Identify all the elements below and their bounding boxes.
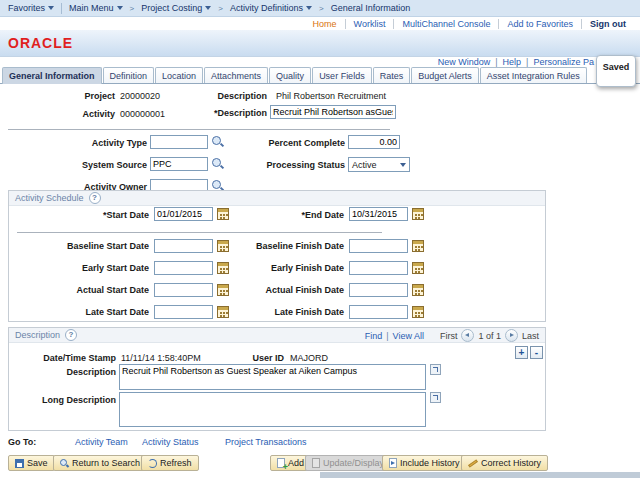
tab-general-information[interactable]: General Information <box>2 67 102 84</box>
project-costing-label: Project Costing <box>141 3 202 13</box>
calendar-icon[interactable] <box>217 306 229 318</box>
baseline-finish-date-input[interactable] <box>349 239 408 253</box>
actual-start-date-label: Actual Start Date <box>76 285 149 295</box>
baseline-finish-date-label: Baseline Finish Date <box>256 241 344 251</box>
activity-type-input[interactable] <box>150 135 208 149</box>
refresh-button[interactable]: Refresh <box>141 455 199 471</box>
activity-schedule-title: Activity Schedule <box>15 193 84 203</box>
find-link[interactable]: Find <box>365 331 383 341</box>
main-menu[interactable]: Main Menu <box>69 3 123 13</box>
end-date-input[interactable] <box>349 207 408 221</box>
correct-history-label: Correct History <box>481 458 541 468</box>
favorites-menu[interactable]: Favorites <box>8 3 54 13</box>
calendar-icon[interactable] <box>412 240 424 252</box>
early-finish-date-input[interactable] <box>349 261 408 275</box>
description-section-title: Description <box>15 330 60 340</box>
return-to-search-button[interactable]: Return to Search <box>53 455 147 471</box>
tab-budget-alerts[interactable]: Budget Alerts <box>411 67 479 83</box>
system-source-input[interactable] <box>150 157 208 171</box>
add-to-favorites-link[interactable]: Add to Favorites <box>499 19 581 29</box>
main-menu-label: Main Menu <box>69 3 114 13</box>
breadcrumb-separator: > <box>319 4 324 13</box>
next-row-icon[interactable] <box>505 329 518 342</box>
long-description-textarea[interactable] <box>119 392 426 427</box>
actual-start-date-input[interactable] <box>154 283 213 297</box>
new-window-link[interactable]: New Window <box>438 57 491 67</box>
tab-asset-integration-rules[interactable]: Asset Integration Rules <box>480 67 587 83</box>
early-start-date-label: Early Start Date <box>82 263 149 273</box>
activity-type-label: Activity Type <box>92 138 147 148</box>
baseline-start-date-label: Baseline Start Date <box>67 241 149 251</box>
project-transactions-link[interactable]: Project Transactions <box>225 437 307 447</box>
description-textarea[interactable]: Recruit Phil Robertson as Guest Speaker … <box>119 364 426 390</box>
system-source-lookup-icon[interactable] <box>212 158 224 170</box>
calendar-icon[interactable] <box>217 208 229 220</box>
tab-location[interactable]: Location <box>155 67 203 83</box>
activity-status-link[interactable]: Activity Status <box>142 437 199 447</box>
breadcrumb-project-costing[interactable]: Project Costing <box>141 3 211 13</box>
save-button[interactable]: Save <box>8 455 55 471</box>
personalize-page-link[interactable]: Personalize Pa <box>533 57 594 67</box>
calendar-icon[interactable] <box>217 262 229 274</box>
late-start-date-input[interactable] <box>154 305 213 319</box>
help-icon[interactable] <box>65 329 77 341</box>
datetime-stamp-label: Date/Time Stamp <box>43 353 116 363</box>
calendar-icon[interactable] <box>412 284 424 296</box>
sign-out-link[interactable]: Sign out <box>582 19 634 29</box>
calendar-icon[interactable] <box>412 208 424 220</box>
tab-quality[interactable]: Quality <box>269 67 311 83</box>
actual-finish-date-input[interactable] <box>349 283 408 297</box>
calendar-icon[interactable] <box>217 284 229 296</box>
activity-value: 000000001 <box>120 109 165 119</box>
general-information-label: General Information <box>331 3 411 13</box>
view-all-link[interactable]: View All <box>393 331 424 341</box>
calendar-icon[interactable] <box>412 306 424 318</box>
early-start-date-input[interactable] <box>154 261 213 275</box>
multichannel-console-link[interactable]: MultiChannel Console <box>394 19 498 29</box>
processing-status-select[interactable]: Active <box>348 157 410 172</box>
tab-user-fields[interactable]: User Fields <box>312 67 372 83</box>
activity-type-lookup-icon[interactable] <box>212 136 224 148</box>
late-finish-date-input[interactable] <box>349 305 408 319</box>
project-value: 20000020 <box>120 91 160 101</box>
start-date-input[interactable] <box>154 207 213 221</box>
portal-links: Home Worklist MultiChannel Console Add t… <box>0 17 640 30</box>
bottom-scroll-strip[interactable] <box>320 472 640 478</box>
help-link[interactable]: Help <box>503 57 522 67</box>
long-description-label: Long Description <box>42 395 116 405</box>
user-id-value: MAJORD <box>290 353 328 363</box>
update-display-icon <box>312 458 320 468</box>
brand-band: ORACLE <box>0 30 640 57</box>
tab-definition[interactable]: Definition <box>103 67 155 83</box>
correct-history-button[interactable]: Correct History <box>461 455 548 471</box>
expand-field-icon[interactable] <box>430 392 441 403</box>
worklist-link[interactable]: Worklist <box>346 19 394 29</box>
return-to-search-label: Return to Search <box>72 458 140 468</box>
baseline-start-date-input[interactable] <box>154 239 213 253</box>
user-id-label: User ID <box>252 353 284 363</box>
description-input[interactable] <box>270 105 396 119</box>
description-field-label: Description <box>66 367 116 377</box>
refresh-icon <box>148 459 157 468</box>
tab-rates[interactable]: Rates <box>373 67 411 83</box>
tab-attachments[interactable]: Attachments <box>204 67 268 83</box>
save-button-label: Save <box>27 458 48 468</box>
breadcrumb-activity-definitions[interactable]: Activity Definitions <box>230 3 312 13</box>
late-start-date-label: Late Start Date <box>85 307 149 317</box>
save-icon <box>15 459 24 468</box>
add-row-icon[interactable] <box>515 346 528 359</box>
home-link[interactable]: Home <box>305 19 345 29</box>
percent-complete-input[interactable] <box>348 135 400 149</box>
activity-team-link[interactable]: Activity Team <box>75 437 128 447</box>
expand-field-icon[interactable] <box>430 364 441 375</box>
calendar-icon[interactable] <box>217 240 229 252</box>
saved-notification: Saved <box>596 55 636 87</box>
add-button-label: Add <box>288 458 304 468</box>
include-history-label: Include History <box>400 458 460 468</box>
delete-row-icon[interactable] <box>530 346 543 359</box>
help-icon[interactable] <box>89 192 101 204</box>
previous-row-icon[interactable] <box>461 329 474 342</box>
late-finish-date-label: Late Finish Date <box>274 307 344 317</box>
include-history-button[interactable]: Include History <box>382 455 467 471</box>
calendar-icon[interactable] <box>412 262 424 274</box>
